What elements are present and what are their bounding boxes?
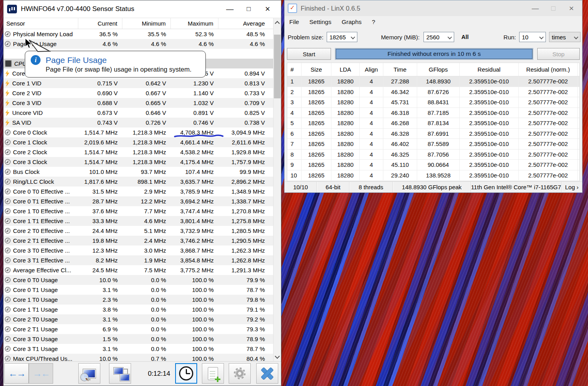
column-header-minimum[interactable]: Minimum	[122, 18, 171, 29]
menu-file[interactable]: File	[289, 18, 299, 26]
menu-graphs[interactable]: Graphs	[342, 18, 362, 26]
problem-size-combobox[interactable]: 18265	[327, 32, 357, 42]
column-header-current[interactable]: Current	[78, 18, 122, 29]
run-count-combobox[interactable]: 10	[519, 32, 546, 42]
sensor-row[interactable]: Core 1 VID0.715 V0.642 V1.230 V0.813 V	[4, 78, 273, 88]
hwinfo-titlebar[interactable]: HWiNFO64 v7.00-4400 Sensor Status — □ ×	[4, 0, 281, 18]
results-column-header[interactable]: Time	[383, 63, 417, 76]
scrollbar-thumb[interactable]	[274, 35, 281, 98]
sensor-row[interactable]: Core 2 VID0.690 V0.667 V1.140 V0.733 V	[4, 88, 273, 98]
collapse-columns-button[interactable]: →←	[29, 363, 53, 384]
maximize-button: □	[544, 4, 562, 13]
results-cell: 18280	[331, 170, 360, 181]
close-button[interactable]: ×	[562, 4, 581, 13]
results-row[interactable]: 11826518280427.288148.89302.359510e-0102…	[287, 76, 579, 87]
sensor-row[interactable]: Core 2 Clock1,514.7 MHz1,218.3 MHz4,538.…	[4, 147, 273, 157]
sensor-row[interactable]: Core 1 T0 Usage2.3 %0.0 %100.0 %79.8 %	[4, 295, 273, 305]
results-cell: 46.268	[383, 118, 417, 128]
sensor-row[interactable]: Core 2 T0 Usage3.1 %0.0 %100.0 %79.2 %	[4, 314, 273, 324]
sensor-gauge-icon	[5, 336, 11, 342]
minimize-button[interactable]: —	[220, 5, 239, 13]
start-button[interactable]: Start	[287, 48, 331, 60]
vertical-scrollbar[interactable]	[273, 18, 281, 361]
sensor-row[interactable]: Uncore VID0.673 V0.646 V0.891 V0.825 V	[4, 108, 273, 118]
create-report-button[interactable]	[202, 363, 224, 384]
sensor-avg-value: 0.733 V	[218, 90, 273, 96]
sensor-row[interactable]: Core 2 T1 Effective ...19.8 MHz2.4 MHz3,…	[4, 236, 273, 246]
sensor-max-value: 3,732.9 MHz	[171, 227, 218, 234]
sensor-row[interactable]: Core 1 Clock2,019.6 MHz1,218.3 MHz4,661.…	[4, 137, 273, 147]
sensor-row[interactable]: Core 3 T0 Usage1.5 %0.0 %100.0 %78.9 %	[4, 334, 273, 344]
sensor-row[interactable]: Ring/LLC Clock1,817.6 MHz898.1 MHz3,635.…	[4, 177, 273, 187]
memory-combobox[interactable]: 2560	[423, 32, 454, 42]
scroll-down-icon[interactable]	[274, 353, 281, 360]
sensor-name-cell: Core 1 T1 Effective ...	[4, 218, 78, 224]
minimize-button[interactable]: —	[526, 4, 544, 13]
sensor-current-value: 1,817.6 MHz	[78, 178, 122, 185]
close-button[interactable]: ×	[258, 4, 277, 14]
results-cell: 4	[287, 108, 301, 118]
sensor-row[interactable]: Max CPU/Thread Us...10.0 %0.7 %100.0 %80…	[4, 354, 273, 361]
sensor-max-value: 100.0 %	[171, 316, 218, 323]
sensor-row[interactable]: Core 1 T0 Effective ...37.6 MHz7.7 MHz3,…	[4, 206, 273, 216]
linx-titlebar[interactable]: ✓ Finished - LinX 0.6.5 — □ ×	[285, 0, 582, 16]
results-column-header[interactable]: GFlops	[417, 63, 460, 76]
results-cell: 18265	[301, 170, 331, 181]
remote-monitoring-button[interactable]	[109, 363, 131, 384]
results-row[interactable]: 31826518280445.73188.84312.359510e-0102.…	[287, 97, 579, 108]
sensor-row[interactable]: Core 3 Clock1,514.7 MHz1,218.3 MHz4,175.…	[4, 157, 273, 167]
column-header-maximum[interactable]: Maximum	[171, 18, 218, 29]
log-toggle-button[interactable]: Log ›	[562, 182, 582, 192]
sensor-min-value: 1,218.3 MHz	[122, 149, 171, 155]
settings-button[interactable]	[229, 363, 251, 384]
sensor-row[interactable]: Core 0 T0 Effective ...31.5 MHz2.9 MHz3,…	[4, 187, 273, 196]
sensor-row[interactable]: Core 3 T0 Effective ...12.3 MHz3.0 MHz3,…	[4, 246, 273, 255]
sensor-current-value: 37.6 MHz	[78, 208, 122, 214]
results-column-header[interactable]: Residual	[460, 63, 519, 76]
sensor-row[interactable]: Core 1 T1 Usage3.8 %0.0 %100.0 %79.1 %	[4, 305, 273, 314]
close-sensors-button[interactable]	[256, 363, 278, 384]
sensor-row[interactable]: Average Effective Cl...24.5 MHz7.5 MHz3,…	[4, 265, 273, 275]
expand-columns-button[interactable]: ←→	[4, 363, 29, 384]
system-summary-button[interactable]	[78, 363, 100, 384]
sensor-row[interactable]: Core 0 T1 Effective ...28.7 MHz12.2 MHz3…	[4, 196, 273, 206]
results-row[interactable]: 71826518280446.40287.55892.359510e-0102.…	[287, 139, 579, 150]
results-column-header[interactable]: Residual (norm.)	[519, 63, 578, 76]
results-row[interactable]: 91826518280445.11090.06642.359510e-0102.…	[287, 160, 579, 170]
results-row[interactable]: 101826518280429.240138.95282.359510e-010…	[287, 170, 579, 181]
results-row[interactable]: 81826518280446.32587.70562.359510e-0102.…	[287, 150, 579, 160]
results-row[interactable]: 51826518280446.26887.81342.359510e-0102.…	[287, 118, 579, 129]
sensor-row[interactable]: Core 0 Clock1,514.7 MHz1,218.3 MHz4,708.…	[4, 127, 273, 137]
sensor-row[interactable]: Core 2 T1 Usage6.9 %0.0 %100.0 %79.3 %	[4, 324, 273, 334]
sensor-row[interactable]: Core 2 T0 Effective ...24.4 MHz5.1 MHz3,…	[4, 226, 273, 236]
sensor-row[interactable]: Core 3 T1 Usage3.1 %0.0 %100.0 %78.7 %	[4, 344, 273, 354]
results-column-header[interactable]: LDA	[331, 63, 360, 76]
sensor-row[interactable]: Core 0 T1 Usage3.1 %0.0 %100.0 %78.7 %	[4, 285, 273, 295]
scroll-up-icon[interactable]	[274, 19, 281, 26]
column-header-sensor[interactable]: Sensor	[4, 18, 78, 29]
results-row[interactable]: 61826518280446.32887.69912.359510e-0102.…	[287, 129, 579, 139]
results-column-header[interactable]: Size	[301, 63, 331, 76]
column-header-average[interactable]: Average	[218, 18, 273, 29]
sensor-row[interactable]: Core 3 VID0.688 V0.665 V1.032 V0.709 V	[4, 98, 273, 108]
results-cell: 3	[287, 97, 301, 107]
results-cell: 2.507777e-002	[519, 139, 578, 149]
menu-settings[interactable]: Settings	[309, 18, 331, 26]
run-units-dropdown[interactable]: times	[549, 32, 581, 42]
logging-timer-button[interactable]	[175, 363, 197, 384]
menu-help[interactable]: ?	[372, 18, 375, 26]
results-row[interactable]: 41826518280446.31887.71852.359510e-0102.…	[287, 108, 579, 118]
sensor-row[interactable]: Core 0 T0 Usage10.0 %0.0 %100.0 %79.9 %	[4, 275, 273, 285]
sensor-row[interactable]: Core 1 T1 Effective ...33.3 MHz4.6 MHz3,…	[4, 216, 273, 226]
results-column-header[interactable]: Align	[360, 63, 383, 76]
sensor-row[interactable]: SA VID0.743 V0.726 V0.746 V0.738 V	[4, 118, 273, 127]
results-column-header[interactable]: #	[287, 63, 301, 76]
sensor-row[interactable]: Physical Memory Load36.5 %35.5 %52.3 %48…	[4, 29, 273, 39]
sensor-row[interactable]: Core 3 T1 Effective ...8.2 MHz1.9 MHz3,8…	[4, 255, 273, 265]
sensor-current-value: 101.0 MHz	[78, 168, 122, 175]
sensor-name-cell: Core 0 Clock	[4, 129, 78, 136]
maximize-button[interactable]: □	[239, 5, 258, 13]
results-row[interactable]: 21826518280446.34287.67262.359510e-0102.…	[287, 87, 579, 98]
sensor-row[interactable]: Bus Clock101.0 MHz93.7 MHz107.4 MHz99.9 …	[4, 167, 273, 177]
sensor-min-value: 0.0 %	[122, 286, 171, 293]
